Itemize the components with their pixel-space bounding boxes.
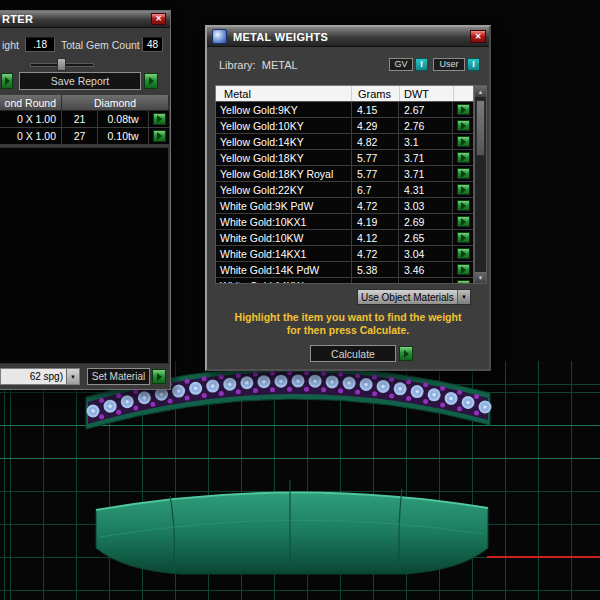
grams-cell: 4.29 — [352, 118, 399, 133]
gem-table-header: ond Round Diamond — [0, 95, 169, 111]
metal-name-cell: White Gold:14KW — [216, 278, 352, 284]
metal-weights-title: METAL WEIGHTS — [233, 31, 328, 43]
slider-thumb[interactable] — [57, 58, 66, 71]
material-dropdown-value: 62 spg) — [1, 369, 66, 384]
metal-table-row[interactable]: Yellow Gold:18KY Royal 5.77 3.71 — [216, 166, 473, 182]
metal-table-row[interactable]: Yellow Gold:18KY 5.77 3.71 — [216, 150, 473, 166]
grams-cell: 5.77 — [352, 150, 399, 165]
metal-name-cell: White Gold:14KX1 — [216, 246, 352, 261]
user-info-button[interactable]: I — [467, 58, 480, 71]
metal-row-go-button[interactable] — [457, 152, 470, 163]
metal-row-go-button[interactable] — [457, 136, 470, 147]
gem-count-value: 48 — [142, 37, 163, 52]
gem-row-go-button[interactable] — [153, 113, 166, 125]
metal-name-cell: Yellow Gold:10KY — [216, 118, 352, 133]
grams-cell: 5.38 — [352, 262, 399, 277]
metal-table-row[interactable]: White Gold:10KW 4.12 2.65 — [216, 230, 473, 246]
material-dropdown[interactable]: 62 spg) ▼ — [0, 368, 80, 385]
metal-row-go-button[interactable] — [457, 232, 470, 243]
gv-info-button[interactable]: I — [415, 58, 428, 71]
gem-reporter-titlebar[interactable]: RTER ✕ — [0, 11, 170, 28]
dwt-cell: 3.46 — [399, 262, 453, 277]
dwt-cell: 4.31 — [399, 182, 453, 197]
grams-cell: 4.15 — [352, 102, 399, 117]
gem-weight-value: .18 — [25, 37, 55, 52]
grams-cell: 4.72 — [352, 246, 399, 261]
save-report-button[interactable]: Save Report — [19, 72, 141, 90]
dwt-cell: 2.69 — [399, 214, 453, 229]
dwt-cell: 3.71 — [399, 150, 453, 165]
metal-weights-icon — [212, 29, 227, 44]
grams-cell — [352, 278, 399, 284]
metal-name-cell: White Gold:14K PdW — [216, 262, 352, 277]
grams-cell: 4.19 — [352, 214, 399, 229]
metal-table-row[interactable]: Yellow Gold:14KY 4.82 3.1 — [216, 134, 473, 150]
metal-name-cell: White Gold:10KX1 — [216, 214, 352, 229]
instruction-text: Highlight the item you want to find the … — [207, 311, 489, 337]
user-button[interactable]: User — [433, 58, 465, 71]
metal-row-go-button[interactable] — [457, 280, 470, 284]
gem-report-list-area — [0, 147, 169, 364]
metal-row-go-button[interactable] — [457, 248, 470, 259]
gem-size-cell: 0 X 1.00 — [0, 111, 62, 127]
gem-count-label: Total Gem Count — [61, 39, 140, 51]
metal-table-row[interactable]: White Gold:9K PdW 4.72 3.03 — [216, 198, 473, 214]
use-object-materials-label: Use Object Materials — [358, 290, 457, 304]
metal-table-body: Yellow Gold:9KY 4.15 2.67 Yellow Gold:10… — [215, 102, 474, 284]
set-material-button[interactable]: Set Material — [87, 368, 150, 385]
calculate-go-button[interactable] — [399, 346, 413, 361]
table-scrollbar[interactable]: ▲ ▼ — [474, 85, 487, 284]
metal-weights-titlebar[interactable]: METAL WEIGHTS ✕ — [207, 27, 489, 47]
calculate-button[interactable]: Calculate — [310, 345, 396, 362]
gem-table-row[interactable]: 0 X 1.00 21 0.08tw — [0, 111, 169, 128]
gem-table-header-shape: ond Round — [0, 95, 62, 110]
metal-weights-dialog: METAL WEIGHTS ✕ Library: METAL GV I User… — [205, 25, 491, 371]
metal-table-row[interactable]: White Gold:14KX1 4.72 3.04 — [216, 246, 473, 262]
scrollbar-thumb[interactable] — [476, 100, 485, 156]
metal-table-row[interactable]: Yellow Gold:9KY 4.15 2.67 — [216, 102, 473, 118]
grams-cell: 4.82 — [352, 134, 399, 149]
metal-row-go-button[interactable] — [457, 104, 470, 115]
metal-table-row[interactable]: Yellow Gold:10KY 4.29 2.76 — [216, 118, 473, 134]
metal-row-go-button[interactable] — [457, 216, 470, 227]
grams-cell: 4.12 — [352, 230, 399, 245]
gem-table-header-diamond: Diamond — [62, 95, 169, 110]
gem-count-cell: 21 — [62, 111, 98, 127]
grams-cell: 5.77 — [352, 166, 399, 181]
metal-row-go-button[interactable] — [457, 120, 470, 131]
metal-name-cell: White Gold:9K PdW — [216, 198, 352, 213]
dwt-cell: 2.65 — [399, 230, 453, 245]
instruction-line-1: Highlight the item you want to find the … — [207, 311, 489, 324]
gem-weight-label: ight — [2, 39, 19, 51]
gv-button[interactable]: GV — [389, 58, 413, 71]
set-material-go-button[interactable] — [152, 369, 166, 384]
metal-weights-table: Metal Grams DWT Yellow Gold:9KY 4.15 2.6… — [215, 85, 487, 284]
scroll-down-icon[interactable]: ▼ — [475, 271, 486, 283]
grams-cell: 4.72 — [352, 198, 399, 213]
gem-summary-table: ond Round Diamond 0 X 1.00 21 0.08tw 0 X… — [0, 95, 169, 145]
scroll-up-icon[interactable]: ▲ — [475, 86, 486, 98]
metal-table-row[interactable]: Yellow Gold:22KY 6.7 4.31 — [216, 182, 473, 198]
close-icon[interactable]: ✕ — [151, 13, 166, 25]
gem-table-row[interactable]: 0 X 1.00 27 0.10tw — [0, 128, 169, 145]
metal-row-go-button[interactable] — [457, 168, 470, 179]
metal-table-row[interactable]: White Gold:10KX1 4.19 2.69 — [216, 214, 473, 230]
go-button-left[interactable] — [1, 73, 13, 89]
actions-column-header — [454, 86, 473, 101]
gem-count-cell: 27 — [62, 128, 98, 144]
report-slider[interactable] — [30, 58, 94, 72]
dwt-column-header: DWT — [400, 86, 454, 101]
gem-table-body: 0 X 1.00 21 0.08tw 0 X 1.00 27 0.10tw — [0, 111, 169, 145]
dwt-cell — [399, 278, 453, 284]
use-object-materials-dropdown[interactable]: Use Object Materials ▼ — [357, 289, 471, 305]
grams-column-header: Grams — [352, 86, 400, 101]
gem-row-go-button[interactable] — [153, 130, 166, 142]
metal-row-go-button[interactable] — [457, 264, 470, 275]
metal-table-row[interactable]: White Gold:14KW — [216, 278, 473, 284]
save-report-go-button[interactable] — [144, 73, 158, 89]
metal-name-cell: Yellow Gold:18KY Royal — [216, 166, 352, 181]
metal-row-go-button[interactable] — [457, 200, 470, 211]
metal-row-go-button[interactable] — [457, 184, 470, 195]
close-icon[interactable]: ✕ — [470, 30, 486, 43]
metal-table-row[interactable]: White Gold:14K PdW 5.38 3.46 — [216, 262, 473, 278]
